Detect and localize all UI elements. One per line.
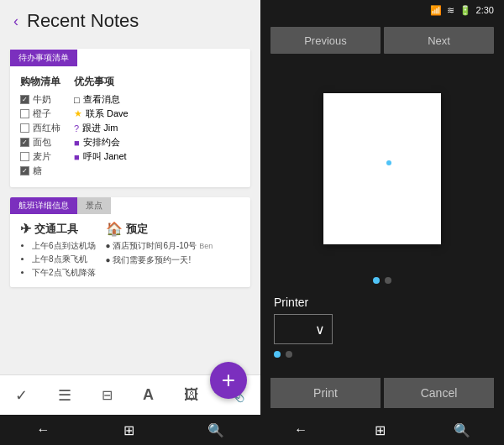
printer-dot-active [274, 351, 281, 358]
home-nav-icon[interactable]: ⊞ [375, 422, 386, 438]
checkbox[interactable] [20, 166, 29, 175]
left-nav-bar: ← ⊞ 🔍 [0, 415, 260, 445]
list-item: 糖 [20, 165, 60, 177]
list-item: 上午8点乘飞机 [32, 254, 96, 265]
list-item: 橙子 [20, 107, 60, 120]
status-bar: 📶 ≋ 🔋 2:30 [260, 0, 504, 20]
shopping-list: 牛奶 橙子 西红柿 面包 麦片 糖 [20, 93, 60, 177]
time-display: 2:30 [476, 5, 494, 15]
chevron-down-icon: ∨ [315, 322, 325, 338]
checkbox[interactable] [20, 152, 29, 161]
priority-item: ?跟进 Jim [74, 122, 129, 134]
tab-attractions[interactable]: 景点 [77, 197, 111, 214]
back-nav-icon[interactable]: ← [294, 422, 307, 437]
print-page-dot [386, 160, 391, 165]
print-page [323, 93, 441, 244]
list-item: 面包 [20, 136, 60, 149]
notes-container: 待办事项清单 购物清单 牛奶 橙子 西红柿 面包 麦片 糖 优先事项 □查看消息 [0, 42, 260, 374]
card2-tabs: 航班详细信息 景点 [10, 197, 250, 214]
printer-dot [286, 351, 292, 358]
search-nav-icon[interactable]: 🔍 [207, 422, 224, 438]
priority-item: ★联系 Dave [74, 107, 129, 120]
transport-title: ✈ 交通工具 [20, 221, 96, 237]
priority-item: ■安排约会 [74, 136, 129, 149]
next-button[interactable]: Next [384, 27, 494, 54]
checkbox[interactable] [20, 95, 29, 104]
cancel-button[interactable]: Cancel [384, 378, 494, 408]
search-nav-icon[interactable]: 🔍 [454, 422, 470, 438]
signal-icon: 📶 [430, 5, 442, 16]
priority-col: 优先事项 □查看消息 ★联系 Dave ?跟进 Jim ■安排约会 ■呼叫 Ja… [74, 75, 129, 179]
list-icon[interactable]: ☰ [58, 386, 71, 405]
priority-item: □查看消息 [74, 93, 129, 106]
page-dot [385, 277, 391, 284]
shopping-title: 购物清单 [20, 75, 60, 89]
page-title: Recent Notes [27, 10, 139, 32]
priority-title: 优先事项 [74, 75, 129, 89]
text-icon[interactable]: A [143, 386, 154, 404]
printer-section: Printer ∨ [260, 289, 504, 371]
hotel-icon: 🏠 [106, 221, 123, 237]
checkbox[interactable] [20, 109, 29, 118]
list-item: 牛奶 [20, 93, 60, 106]
print-action-buttons: Print Cancel [260, 371, 504, 415]
shopping-col: 购物清单 牛奶 橙子 西红柿 面包 麦片 糖 [20, 75, 60, 179]
right-panel: 📶 ≋ 🔋 2:30 Previous Next Printer ∨ Print… [260, 0, 504, 445]
battery-icon: 🔋 [459, 5, 471, 16]
right-nav-bar: ← ⊞ 🔍 [260, 415, 504, 445]
plane-icon: ✈ [20, 221, 31, 237]
left-panel: ‹ Recent Notes 待办事项清单 购物清单 牛奶 橙子 西红柿 面包 … [0, 0, 260, 445]
note-card-travel[interactable]: 航班详细信息 景点 ✈ 交通工具 上午6点到达机场 上午8点乘飞机 下午2点飞机… [10, 197, 250, 287]
card2-body: ✈ 交通工具 上午6点到达机场 上午8点乘飞机 下午2点飞机降落 🏠 预定 [10, 214, 250, 287]
booking-detail: ● 酒店预订时间6月-10号 Ben [106, 240, 213, 252]
booking-col: 🏠 预定 ● 酒店预订时间6月-10号 Ben ● 我们需要多预约一天! [106, 221, 213, 280]
list-item: 上午6点到达机场 [32, 240, 96, 252]
print-button[interactable]: Print [270, 378, 381, 408]
printer-dropdown[interactable]: ∨ [274, 314, 333, 344]
checkbox[interactable] [20, 138, 29, 147]
previous-button[interactable]: Previous [270, 27, 381, 54]
printer-dots [274, 344, 491, 364]
page-dot-active [373, 277, 380, 284]
wifi-icon: ≋ [447, 5, 454, 16]
tab-flight-details[interactable]: 航班详细信息 [10, 197, 77, 214]
note-card-todo[interactable]: 待办事项清单 购物清单 牛奶 橙子 西红柿 面包 麦片 糖 优先事项 □查看消息 [10, 49, 250, 187]
print-nav-buttons: Previous Next [260, 20, 504, 60]
back-nav-icon[interactable]: ← [37, 422, 50, 437]
priority-item: ■呼叫 Janet [74, 150, 129, 163]
transport-col: ✈ 交通工具 上午6点到达机场 上午8点乘飞机 下午2点飞机降落 [20, 221, 96, 280]
checkmark-icon[interactable]: ✓ [15, 386, 28, 405]
indent-icon[interactable]: ⊟ [102, 387, 113, 403]
transport-list: 上午6点到达机场 上午8点乘飞机 下午2点飞机降落 [20, 240, 96, 279]
list-item: 下午2点飞机降落 [32, 267, 96, 279]
list-item: 西红柿 [20, 122, 60, 134]
header: ‹ Recent Notes [0, 0, 260, 42]
home-nav-icon[interactable]: ⊞ [123, 422, 134, 438]
card1-body: 购物清单 牛奶 橙子 西红柿 面包 麦片 糖 优先事项 □查看消息 ★联系 Da… [10, 66, 250, 187]
page-indicator [260, 277, 504, 289]
checkbox[interactable] [20, 123, 29, 133]
card1-tab: 待办事项清单 [10, 50, 77, 66]
image-icon[interactable]: 🖼 [184, 386, 199, 404]
booking-detail2: ● 我们需要多预约一天! [106, 254, 213, 266]
fab-button[interactable]: + [210, 362, 247, 399]
printer-label: Printer [274, 296, 491, 309]
list-item: 麦片 [20, 150, 60, 163]
booking-title: 🏠 预定 [106, 221, 213, 237]
back-button[interactable]: ‹ [13, 13, 18, 30]
print-preview-area [260, 60, 504, 277]
